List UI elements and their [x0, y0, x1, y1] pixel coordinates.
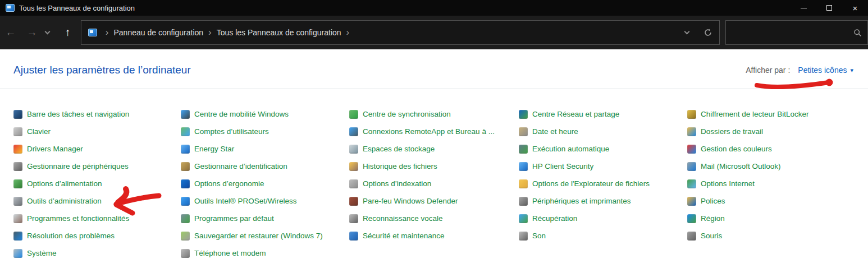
recovery-icon — [519, 214, 528, 223]
control-panel-item[interactable]: Outils Intel® PROSet/Wireless — [181, 192, 349, 210]
control-panel-item[interactable]: Espaces de stockage — [349, 140, 519, 158]
control-panel-item[interactable]: Gestionnaire d’identification — [181, 158, 349, 175]
control-panel-item[interactable]: Gestion des couleurs — [687, 140, 868, 158]
control-panel-item[interactable]: Système — [13, 244, 181, 262]
item-label: Périphériques et imprimantes — [532, 197, 631, 205]
control-panel-item[interactable]: Historique des fichiers — [349, 158, 519, 175]
devices-printers-icon — [519, 197, 528, 206]
item-label: Options d’ergonomie — [194, 179, 264, 188]
control-panel-item[interactable]: Outils d’administration — [13, 192, 181, 210]
device-manager-icon — [13, 162, 22, 171]
breadcrumb-all-panels[interactable]: Tous les Panneaux de configuration — [217, 28, 341, 37]
item-label: Drivers Manager — [27, 145, 83, 153]
control-panel-item[interactable]: Son — [519, 227, 687, 244]
control-panel-item[interactable]: HP Client Security — [519, 158, 687, 175]
control-panel-item[interactable]: Options d’alimentation — [13, 175, 181, 192]
item-label: Options d’alimentation — [27, 179, 102, 188]
item-label: Outils Intel® PROSet/Wireless — [194, 197, 297, 205]
mail-outlook-icon — [687, 162, 696, 171]
maximize-button[interactable] — [816, 0, 842, 16]
item-label: Outils d’administration — [27, 197, 102, 205]
up-button[interactable]: ↑ — [57, 26, 79, 39]
breadcrumb-separator-icon: › — [203, 27, 217, 38]
caret-down-icon[interactable]: ▾ — [850, 67, 853, 74]
recent-pages-button[interactable] — [43, 27, 57, 38]
search-input[interactable] — [726, 29, 853, 37]
control-panel-item[interactable]: Chiffrement de lecteur BitLocker — [687, 105, 868, 123]
item-label: Résolution des problèmes — [27, 232, 115, 240]
item-label: Son — [532, 232, 546, 240]
control-panel-item[interactable]: Centre de mobilité Windows — [181, 105, 349, 123]
back-button[interactable]: ← — [0, 26, 21, 39]
address-bar[interactable]: › Panneau de configuration › Tous les Pa… — [81, 20, 720, 45]
close-button[interactable]: × — [842, 0, 868, 16]
forward-button[interactable]: → — [21, 26, 43, 39]
item-label: Dossiers de travail — [701, 127, 763, 136]
bitlocker-icon — [687, 110, 696, 119]
control-panel-item[interactable]: Options d’ergonomie — [181, 175, 349, 192]
speech-recognition-icon — [349, 214, 358, 223]
taskbar-navigation-icon — [13, 110, 22, 119]
control-panel-item[interactable]: Connexions RemoteApp et Bureau à ... — [349, 123, 519, 140]
control-panel-item[interactable]: Récupération — [519, 210, 687, 227]
item-label: Energy Star — [194, 145, 234, 153]
control-panel-item[interactable]: Reconnaissance vocale — [349, 210, 519, 227]
item-label: Programmes et fonctionnalités — [27, 214, 129, 223]
control-panel-item[interactable]: Sécurité et maintenance — [349, 227, 519, 244]
control-panel-item[interactable]: Périphériques et imprimantes — [519, 192, 687, 210]
control-panel-item[interactable]: Barre des tâches et navigation — [13, 105, 181, 123]
control-panel-item[interactable]: Options de l'Explorateur de fichiers — [519, 175, 687, 192]
item-label: Exécution automatique — [532, 145, 609, 153]
ease-of-access-icon — [181, 179, 190, 188]
control-panel-item[interactable]: Comptes d’utilisateurs — [181, 123, 349, 140]
control-panel-item[interactable]: Sauvegarder et restaurer (Windows 7) — [181, 227, 349, 244]
breadcrumb-control-panel[interactable]: Panneau de configuration — [114, 28, 204, 37]
item-label: Système — [27, 249, 57, 257]
content-area: Ajuster les paramètres de l’ordinateur A… — [0, 49, 868, 268]
control-panel-item[interactable]: Centre Réseau et partage — [519, 105, 687, 123]
item-label: Centre de mobilité Windows — [194, 110, 289, 118]
file-explorer-options-icon — [519, 179, 528, 188]
minimize-button[interactable] — [791, 0, 816, 16]
refresh-button[interactable] — [703, 28, 712, 37]
control-panel-item[interactable]: Souris — [687, 227, 868, 244]
control-panel-item[interactable]: Centre de synchronisation — [349, 105, 519, 123]
control-panel-item[interactable]: Résolution des problèmes — [13, 227, 181, 244]
item-label: Région — [701, 214, 725, 223]
control-panel-item[interactable]: Région — [687, 210, 868, 227]
search-box[interactable] — [725, 20, 868, 45]
item-label: Comptes d’utilisateurs — [194, 127, 269, 136]
internet-options-icon — [687, 179, 696, 188]
autoplay-icon — [519, 145, 528, 154]
address-dropdown-button[interactable] — [685, 27, 693, 38]
control-panel-item[interactable]: Options d’indexation — [349, 175, 519, 192]
control-panel-item[interactable]: Gestionnaire de périphériques — [13, 158, 181, 175]
item-label: Date et heure — [532, 127, 578, 136]
control-panel-item[interactable]: Options Internet — [687, 175, 868, 192]
control-panel-item[interactable]: Téléphone et modem — [181, 244, 349, 262]
control-panel-item[interactable]: Dossiers de travail — [687, 123, 868, 140]
control-panel-item[interactable]: Date et heure — [519, 123, 687, 140]
control-panel-item[interactable]: Mail (Microsoft Outlook) — [687, 158, 868, 175]
item-label: Historique des fichiers — [363, 162, 437, 170]
search-button[interactable] — [853, 29, 867, 37]
item-label: Reconnaissance vocale — [363, 214, 443, 223]
control-panel-item[interactable]: Clavier — [13, 123, 181, 140]
system-icon — [13, 249, 22, 258]
control-panel-item[interactable]: Exécution automatique — [519, 140, 687, 158]
view-by-dropdown[interactable]: Petites icônes — [798, 66, 847, 75]
control-panel-item[interactable]: Drivers Manager — [13, 140, 181, 158]
control-panel-item[interactable]: Polices — [687, 192, 868, 210]
intel-proset-wireless-icon — [181, 197, 190, 206]
item-label: Pare-feu Windows Defender — [363, 197, 458, 205]
control-panel-item[interactable]: Energy Star — [181, 140, 349, 158]
control-panel-item[interactable]: Programmes et fonctionnalités — [13, 210, 181, 227]
item-label: Téléphone et modem — [194, 249, 266, 257]
control-panel-item[interactable]: Pare-feu Windows Defender — [349, 192, 519, 210]
credential-manager-icon — [181, 162, 190, 171]
item-label: HP Client Security — [532, 162, 593, 170]
control-panel-item[interactable]: Programmes par défaut — [181, 210, 349, 227]
title-bar: Tous les Panneaux de configuration × — [0, 0, 868, 16]
item-label: Barre des tâches et navigation — [27, 110, 129, 118]
indexing-options-icon — [349, 179, 358, 188]
